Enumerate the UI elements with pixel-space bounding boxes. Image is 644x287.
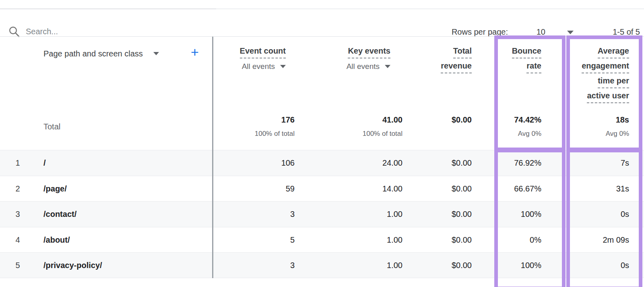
event-count-cell: 59 [286, 184, 295, 193]
column-header-key-events-label[interactable]: Key events [348, 46, 390, 58]
event-count-cell: 106 [281, 158, 295, 168]
total-revenue-cell: $0.00 [452, 158, 472, 168]
row-index: 1 [13, 158, 23, 168]
row-index: 3 [13, 210, 23, 219]
page-path-cell: /page/ [43, 184, 67, 193]
key-events-cell: 24.00 [382, 158, 402, 168]
page-path-cell: /about/ [43, 235, 70, 245]
column-header-bounce-rate-line1: Bounce [512, 46, 541, 58]
dimension-header-dropdown[interactable]: Page path and screen class [43, 45, 159, 62]
totals-bounce-rate: 74.42% Avg 0% [514, 115, 541, 138]
bounce-rate-cell: 76.92% [514, 158, 541, 168]
bounce-rate-cell: 66.67% [514, 184, 541, 193]
totals-bounce-rate-sub: Avg 0% [518, 130, 541, 138]
totals-avg-engagement-value: 18s [616, 115, 629, 125]
row-index: 5 [13, 261, 23, 270]
column-header-total-revenue-line1: Total [453, 46, 472, 58]
bounce-rate-cell: 0% [530, 235, 541, 245]
totals-key-events-value: 41.00 [382, 115, 402, 125]
bounce-rate-cell: 100% [521, 210, 541, 219]
analytics-table-card: Rows per page: 10 1-5 of 5 Page path and… [0, 0, 644, 287]
column-header-bounce-rate[interactable]: Bounce rate [512, 46, 541, 73]
totals-avg-engagement: 18s Avg 0% [606, 115, 629, 138]
dropdown-caret-icon [153, 52, 159, 55]
event-count-cell: 5 [290, 235, 295, 245]
dimension-header-label: Page path and screen class [43, 49, 143, 58]
totals-total-revenue: $0.00 [452, 115, 472, 125]
key-events-cell: 1.00 [387, 210, 402, 219]
table-row: 4 /about/ 5 1.00 $0.00 0% 2m 09s [0, 227, 644, 253]
event-count-cell: 3 [290, 210, 295, 219]
dropdown-caret-icon [280, 65, 286, 68]
key-events-cell: 1.00 [387, 261, 402, 270]
page-path-cell: /privacy-policy/ [43, 261, 102, 270]
column-header-avg-engagement-line2: engagement [582, 61, 629, 73]
total-revenue-cell: $0.00 [452, 235, 472, 245]
column-header-total-revenue-line2: revenue [441, 61, 472, 73]
avg-engagement-cell: 7s [621, 158, 629, 168]
event-count-filter-label: All events [242, 62, 275, 71]
pagination-range: 1-5 of 5 [613, 27, 640, 37]
column-divider [212, 37, 213, 278]
rows-per-page-value[interactable]: 10 [537, 27, 545, 37]
event-count-filter-dropdown[interactable]: All events [242, 62, 286, 71]
page-path-cell: /contact/ [43, 210, 76, 219]
totals-bounce-rate-value: 74.42% [514, 115, 541, 125]
column-header-key-events: Key events All events [347, 46, 390, 71]
column-header-bounce-rate-line2: rate [526, 61, 541, 73]
totals-key-events: 41.00 100% of total [363, 115, 402, 138]
column-header-avg-engagement[interactable]: Average engagement time per active user [582, 46, 629, 103]
total-revenue-cell: $0.00 [452, 184, 472, 193]
column-header-avg-engagement-line3: time per [598, 76, 629, 88]
avg-engagement-cell: 0s [621, 261, 629, 270]
key-events-cell: 1.00 [387, 235, 402, 245]
rows-per-page-label: Rows per page: [452, 27, 508, 37]
column-header-event-count-label[interactable]: Event count [240, 46, 286, 58]
table-row: 5 /privacy-policy/ 3 1.00 $0.00 100% 0s [0, 252, 644, 278]
event-count-cell: 3 [290, 261, 295, 270]
totals-key-events-sub: 100% of total [363, 130, 402, 138]
row-index: 4 [13, 235, 23, 245]
totals-avg-engagement-sub: Avg 0% [606, 130, 629, 138]
toolbar-divider [0, 36, 644, 37]
avg-engagement-cell: 31s [616, 184, 629, 193]
table-body: 1 / 106 24.00 $0.00 76.92% 7s 2 /page/ 5… [0, 150, 644, 278]
page-path-cell: / [43, 158, 46, 168]
totals-total-revenue-value: $0.00 [452, 115, 472, 125]
totals-event-count: 176 100% of total [255, 115, 295, 138]
column-header-event-count: Event count All events [240, 46, 286, 71]
totals-row-label: Total [43, 122, 60, 131]
totals-event-count-sub: 100% of total [255, 130, 295, 138]
table-row: 1 / 106 24.00 $0.00 76.92% 7s [0, 150, 644, 176]
table-row: 2 /page/ 59 14.00 $0.00 66.67% 31s [0, 176, 644, 202]
total-revenue-cell: $0.00 [452, 210, 472, 219]
key-events-filter-label: All events [347, 62, 380, 71]
avg-engagement-cell: 0s [621, 210, 629, 219]
column-header-avg-engagement-line4: active user [587, 91, 629, 103]
table-row: 3 /contact/ 3 1.00 $0.00 100% 0s [0, 201, 644, 227]
bounce-rate-cell: 100% [521, 261, 541, 270]
key-events-cell: 14.00 [382, 184, 402, 193]
total-revenue-cell: $0.00 [452, 261, 472, 270]
add-dimension-button[interactable]: + [188, 44, 202, 60]
column-header-avg-engagement-line1: Average [598, 46, 629, 58]
avg-engagement-cell: 2m 09s [603, 235, 629, 245]
key-events-filter-dropdown[interactable]: All events [347, 62, 390, 71]
rows-per-page-caret-icon[interactable] [567, 31, 574, 34]
row-index: 2 [13, 184, 23, 193]
totals-event-count-value: 176 [281, 115, 295, 125]
table-toolbar: Rows per page: 10 1-5 of 5 [0, 9, 644, 36]
dropdown-caret-icon [385, 65, 390, 68]
column-header-total-revenue[interactable]: Total revenue [441, 46, 472, 73]
